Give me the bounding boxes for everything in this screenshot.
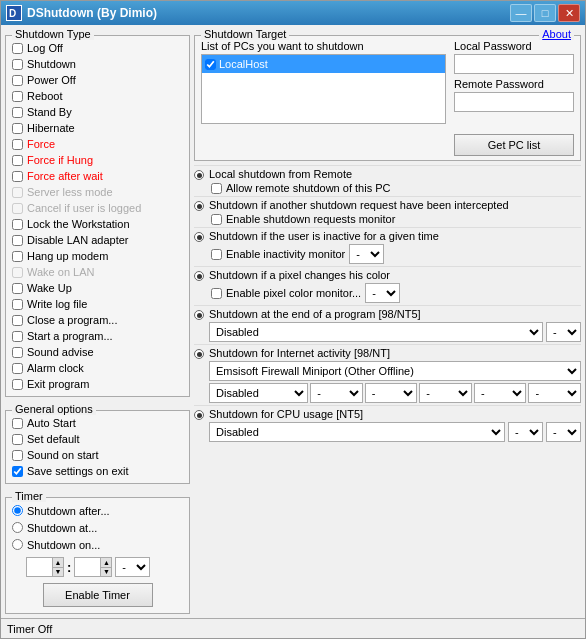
shutdown-type-checkbox-15[interactable] [12,283,23,294]
section-check-row: Enable shutdown requests monitor [211,213,581,225]
shutdown-type-label-18: Start a program... [27,328,113,344]
left-panel: Shutdown Type Log OffShutdownPower OffRe… [5,29,190,614]
close-button[interactable]: ✕ [558,4,580,22]
section-multi-dropdown-5-0[interactable]: Disabled [209,383,308,403]
shutdown-type-checkbox-19[interactable] [12,347,23,358]
about-link[interactable]: About [539,29,574,40]
section-main-dropdown-5[interactable]: Emsisoft Firewall Miniport (Other Offlin… [209,361,581,381]
shutdown-type-label-16: Write log file [27,296,87,312]
timer-radio-2[interactable] [12,539,23,550]
local-password-input[interactable] [454,54,574,74]
shutdown-type-checkbox-17[interactable] [12,315,23,326]
section-radio-indicator[interactable] [194,232,204,242]
section-dropdown1-6[interactable]: - [508,422,543,442]
minute-input[interactable]: 0 [75,558,100,576]
title-bar: D DShutdown (By Dimio) — □ ✕ [1,1,585,25]
shutdown-type-checkbox-2[interactable] [12,75,23,86]
minute-up-button[interactable]: ▲ [101,558,111,568]
shutdown-type-checkbox-14[interactable] [12,267,23,278]
section-radio-indicator[interactable] [194,349,204,359]
shutdown-type-checkbox-4[interactable] [12,107,23,118]
shutdown-type-checkbox-18[interactable] [12,331,23,342]
section-radio-indicator[interactable] [194,271,204,281]
get-pc-list-button[interactable]: Get PC list [454,134,574,156]
list-item: Force after wait [12,168,183,184]
enable-timer-button[interactable]: Enable Timer [43,583,153,607]
section-multi-dropdown-5-1[interactable]: - [310,383,363,403]
list-item: Hibernate [12,120,183,136]
main-content: Shutdown Type Log OffShutdownPower OffRe… [1,25,585,618]
minimize-button[interactable]: — [510,4,532,22]
shutdown-type-checkbox-7[interactable] [12,155,23,166]
general-option-checkbox-1[interactable] [12,434,23,445]
section-multi-dropdown-5-3[interactable]: - [419,383,472,403]
svg-text:D: D [9,8,16,19]
list-item: Disable LAN adapter [12,232,183,248]
hour-up-button[interactable]: ▲ [53,558,63,568]
shutdown-type-label-12: Disable LAN adapter [27,232,129,248]
general-option-label-1: Set default [27,431,80,447]
list-item: Server less mode [12,184,183,200]
shutdown-type-checkbox-0[interactable] [12,43,23,54]
shutdown-type-checkbox-16[interactable] [12,299,23,310]
shutdown-type-checkbox-5[interactable] [12,123,23,134]
section-main-dropdown-6[interactable]: Disabled [209,422,505,442]
shutdown-type-checkbox-8[interactable] [12,171,23,182]
section-dropdown-3[interactable]: - [365,283,400,303]
section-checkbox-0[interactable] [211,183,222,194]
remote-password-input[interactable] [454,92,574,112]
section-checkbox-1[interactable] [211,214,222,225]
timer-unit-dropdown[interactable]: - [115,557,150,577]
section-content: Shutdown for Internet activity [98/NT]Em… [209,347,581,403]
list-item: Alarm clock [12,360,183,376]
section-radio-indicator[interactable] [194,201,204,211]
list-item: Power Off [12,72,183,88]
section-checkbox-3[interactable] [211,288,222,299]
general-option-checkbox-3[interactable] [12,466,23,477]
shutdown-type-label-6: Force [27,136,55,152]
section-dropdown-2[interactable]: - [349,244,384,264]
list-item: Reboot [12,88,183,104]
shutdown-type-checkbox-6[interactable] [12,139,23,150]
section-title: Shutdown if another shutdown request hav… [209,199,581,211]
section-dropdown2-6[interactable]: - [546,422,581,442]
shutdown-type-checkbox-12[interactable] [12,235,23,246]
section-radio-indicator[interactable] [194,410,204,420]
shutdown-type-checkbox-11[interactable] [12,219,23,230]
section-checkbox-2[interactable] [211,249,222,260]
shutdown-type-checkbox-3[interactable] [12,91,23,102]
section-main-dropdown-row: Emsisoft Firewall Miniport (Other Offlin… [209,361,581,381]
shutdown-type-checkbox-1[interactable] [12,59,23,70]
timer-controls: 0 ▲ ▼ : 0 ▲ ▼ [26,557,183,577]
hour-spinner[interactable]: 0 ▲ ▼ [26,557,64,577]
timer-radio-1[interactable] [12,522,23,533]
minute-spinner[interactable]: 0 ▲ ▼ [74,557,112,577]
hour-down-button[interactable]: ▼ [53,568,63,577]
section-main-dropdown-4[interactable]: Disabled [209,322,543,342]
general-option-checkbox-2[interactable] [12,450,23,461]
minute-down-button[interactable]: ▼ [101,568,111,577]
shutdown-type-checkbox-13[interactable] [12,251,23,262]
section-radio-indicator[interactable] [194,170,204,180]
pc-list-checkbox-0[interactable] [205,59,216,70]
list-item: Start a program... [12,328,183,344]
pc-list-box[interactable]: LocalHost [201,54,446,124]
pc-list-item[interactable]: LocalHost [202,55,445,73]
hour-input[interactable]: 0 [27,558,52,576]
section-multi-dropdown-5-5[interactable]: - [528,383,581,403]
general-option-checkbox-0[interactable] [12,418,23,429]
target-inner: List of PCs you want to shutdown LocalHo… [201,40,574,156]
shutdown-type-checkbox-10[interactable] [12,203,23,214]
section-radio-indicator[interactable] [194,310,204,320]
section-multi-dropdown-5-4[interactable]: - [474,383,527,403]
section-multi-dropdown-row: Disabled----- [209,383,581,403]
timer-radio-label-2: Shutdown on... [27,539,100,551]
shutdown-type-checkbox-20[interactable] [12,363,23,374]
timer-radio-0[interactable] [12,505,23,516]
shutdown-type-checkbox-9[interactable] [12,187,23,198]
section-multi-dropdown-5-2[interactable]: - [365,383,418,403]
maximize-button[interactable]: □ [534,4,556,22]
shutdown-type-checkbox-21[interactable] [12,379,23,390]
list-item: Save settings on exit [12,463,183,479]
section-secondary-dropdown-4[interactable]: - [546,322,581,342]
